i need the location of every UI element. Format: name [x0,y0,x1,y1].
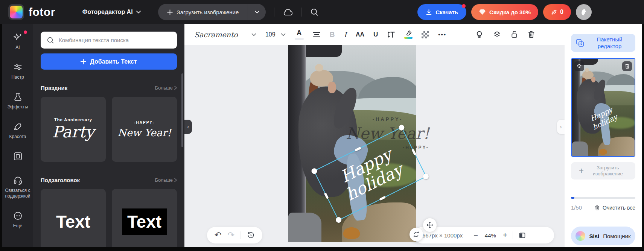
template-text: Party [52,123,94,141]
assistant-name: Sisi [589,233,599,239]
sisi-gradient-icon [575,231,585,241]
plus-icon [81,59,86,64]
transparency-button[interactable] [422,31,429,38]
zoom-level: 44% [483,232,498,239]
add-text-button[interactable]: Добавить Текст [41,53,177,70]
template-card-anniversary-party[interactable]: The Anniversary Party [41,97,106,162]
batch-progress-fill [571,197,574,199]
sidebar-item-ai[interactable]: AI [2,32,33,50]
frames-icon [13,151,23,161]
batch-counter: 1/50 [571,204,582,211]
collapse-right-panel[interactable]: › [557,120,565,134]
ai-sparkle-icon [13,32,23,43]
zoom-in-button[interactable]: + [503,231,507,240]
credits-button[interactable]: 0 [543,4,571,20]
sidebar-item-beauty[interactable]: Красота [2,122,33,140]
divider [301,8,302,17]
chevron-down-icon [255,11,259,14]
sisi-assistant-button[interactable]: Sisi Помощник [571,227,635,245]
clear-all-button[interactable]: Очистить все [594,205,635,211]
more-link-subtitle[interactable]: Больше [155,177,177,183]
batch-thumbnail[interactable]: Happy holiday [571,58,635,157]
align-button[interactable] [313,32,321,38]
color-bar [295,38,304,40]
layers-icon [576,63,582,69]
app-window: fotor Фоторедактор AI Загрузить изображе… [0,0,644,251]
underline-button[interactable]: U [373,31,378,38]
chevron-right-icon [174,178,177,182]
panel-scrollbar[interactable] [181,73,183,147]
batch-editor-icon [575,38,585,47]
collapse-left-panel[interactable]: ‹ [184,120,192,134]
font-family-select[interactable]: Sacramento [194,30,256,39]
bold-button[interactable]: B [330,30,335,39]
rotate-handle[interactable] [410,228,423,241]
undo-button[interactable]: ↶ [215,230,221,240]
layers-button[interactable] [493,30,501,39]
upload-image-button[interactable]: Загрузить изображение [158,4,248,20]
upload-image-label: Загрузить изображение [177,9,239,15]
text-case-button[interactable]: AA [356,31,364,38]
batch-upload-button[interactable]: + Загрузить изображение [571,162,635,180]
italic-button[interactable]: I [344,30,347,39]
zoom-out-button[interactable]: − [473,231,478,240]
pages-button[interactable] [518,231,526,239]
more-ellipsis-icon [13,211,23,221]
history-pill: ↶ ↷ [207,227,262,243]
redo-button[interactable]: ↷ [228,230,234,240]
template-card-text-dark[interactable]: Text [112,189,177,247]
chevron-down-icon [136,11,141,14]
font-size-select[interactable]: 109 [265,31,286,38]
sidebar-item-label: Настр [11,75,24,80]
preview-icon [475,30,484,39]
more-link-holiday[interactable]: Больше [155,85,177,91]
upload-options-button[interactable] [248,4,266,20]
zoom-pill: 667px × 1000px − 44% + [414,227,554,243]
cloud-save-button[interactable] [283,8,293,16]
canvas-dimensions: 667px × 1000px [422,232,463,239]
history-button[interactable] [247,231,255,239]
letter-spacing-button[interactable] [387,31,395,38]
search-icon [310,8,318,16]
search-icon [47,37,54,44]
sidebar-item-label: AI [15,45,20,50]
sidebar-item-support[interactable]: Связаться с поддержкой [2,175,33,199]
thumbnail-layers-button[interactable] [574,61,584,71]
discount-button[interactable]: Скидка до 30% [471,4,538,20]
download-button[interactable]: Скачать [417,4,466,20]
text-effects-button[interactable] [404,30,413,39]
template-card-text-light[interactable]: Text [41,189,106,247]
credits-count: 0 [560,9,563,15]
clear-all-label: Очистить все [603,205,635,211]
delete-button[interactable] [527,30,535,39]
avatar[interactable] [576,4,592,20]
lock-button[interactable] [510,30,518,39]
plus-icon: + [579,166,584,176]
template-card-happy-new-year[interactable]: -HAPPY- New Year! [112,97,177,162]
sidebar-item-more[interactable]: Еще [2,211,33,229]
sidebar-item-adjust[interactable]: Настр [2,62,33,80]
sidebar-item-frames[interactable] [2,151,33,164]
search-input[interactable] [59,37,171,43]
assistant-role: Помощник [603,233,630,239]
divider [274,8,274,17]
photo-van-seat [288,213,321,242]
fotor-logo[interactable]: fotor [8,4,55,20]
photo-person-face [591,77,595,83]
editor-menu[interactable]: Фоторедактор AI [82,9,141,15]
global-search-button[interactable] [310,8,318,16]
thumbnail-delete-button[interactable] [622,61,632,71]
sidebar-item-effects[interactable]: Эффекты [2,92,33,110]
leaf-icon [551,9,557,15]
font-color-button[interactable]: A [295,29,304,40]
trash-icon [624,63,630,69]
rotate-icon [413,231,420,238]
history-clock-icon [247,231,255,239]
editor-menu-label: Фоторедактор AI [82,9,133,15]
more-options-button[interactable]: ••• [438,31,446,38]
sidebar: AI Настр Эффекты Красота Связаться с под… [2,24,33,247]
preview-button[interactable] [475,30,484,39]
upload-split-button: Загрузить изображение [158,4,266,20]
batch-editor-button[interactable]: Пакетный редактор [571,34,635,52]
move-handle[interactable] [423,218,437,232]
